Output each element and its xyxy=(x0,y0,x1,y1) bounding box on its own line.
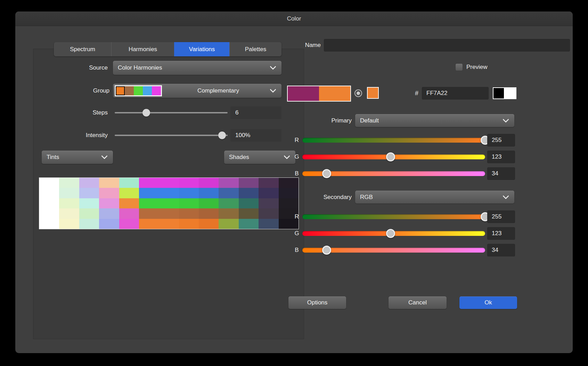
variation-cell[interactable] xyxy=(79,219,99,229)
primary-b-value-field[interactable]: 34 xyxy=(487,167,515,180)
variation-cell[interactable] xyxy=(259,208,278,218)
variation-cell[interactable] xyxy=(279,188,299,198)
primary-mode-dropdown[interactable]: Default xyxy=(355,114,514,127)
variation-cell[interactable] xyxy=(119,208,139,218)
variation-cell[interactable] xyxy=(99,208,119,218)
hex-input[interactable] xyxy=(422,87,489,100)
variation-cell[interactable] xyxy=(79,208,99,218)
tab-palettes[interactable]: Palettes xyxy=(229,42,281,56)
swatch-link-radio[interactable] xyxy=(354,89,362,97)
black-swatch[interactable] xyxy=(493,87,505,99)
variation-cell[interactable] xyxy=(99,219,119,229)
secondary-r-value-field[interactable]: 255 xyxy=(487,210,515,223)
variation-cell[interactable] xyxy=(99,188,119,198)
variation-cell[interactable] xyxy=(39,188,59,198)
tab-variations[interactable]: Variations xyxy=(174,42,229,56)
shades-dropdown[interactable]: Shades xyxy=(224,151,295,164)
variation-cell[interactable] xyxy=(159,178,179,188)
secondary-mode-dropdown[interactable]: RGB xyxy=(355,191,514,204)
intensity-value-field[interactable]: 100% xyxy=(230,129,281,142)
variation-cell[interactable] xyxy=(239,219,259,229)
secondary-g-slider[interactable] xyxy=(302,231,485,236)
variation-cell[interactable] xyxy=(139,208,159,218)
secondary-b-value-field[interactable]: 34 xyxy=(487,244,515,256)
variation-cell[interactable] xyxy=(259,178,278,188)
slider-handle[interactable] xyxy=(218,132,226,139)
steps-value-field[interactable]: 6 xyxy=(230,106,281,119)
variation-cell[interactable] xyxy=(119,178,139,188)
variation-cell[interactable] xyxy=(199,208,219,218)
cancel-button[interactable]: Cancel xyxy=(389,296,447,309)
variation-cell[interactable] xyxy=(179,219,199,229)
intensity-slider[interactable] xyxy=(115,132,228,139)
variation-cell[interactable] xyxy=(39,178,59,188)
variation-cell[interactable] xyxy=(219,188,238,198)
tints-dropdown[interactable]: Tints xyxy=(42,151,113,164)
variation-cell[interactable] xyxy=(59,198,79,208)
variation-cell[interactable] xyxy=(239,178,259,188)
primary-g-slider[interactable] xyxy=(302,154,485,159)
options-button[interactable]: Options xyxy=(288,296,346,309)
slider-handle[interactable] xyxy=(142,109,150,117)
variation-cell[interactable] xyxy=(179,208,199,218)
variation-cell[interactable] xyxy=(259,219,278,229)
variation-cell[interactable] xyxy=(179,198,199,208)
primary-g-value-field[interactable]: 123 xyxy=(487,151,515,163)
variation-cell[interactable] xyxy=(99,178,119,188)
variation-cell[interactable] xyxy=(219,178,238,188)
variation-cell[interactable] xyxy=(59,178,79,188)
variation-cell[interactable] xyxy=(239,188,259,198)
slider-handle[interactable] xyxy=(386,152,395,161)
variation-cell[interactable] xyxy=(159,198,179,208)
variation-cell[interactable] xyxy=(219,219,238,229)
variation-cell[interactable] xyxy=(199,198,219,208)
variation-cell[interactable] xyxy=(119,198,139,208)
variation-cell[interactable] xyxy=(239,208,259,218)
primary-r-slider[interactable] xyxy=(302,138,485,143)
primary-r-value-field[interactable]: 255 xyxy=(487,134,515,146)
variation-cell[interactable] xyxy=(139,219,159,229)
variation-cell[interactable] xyxy=(179,178,199,188)
ok-button[interactable]: Ok xyxy=(459,296,517,309)
white-swatch[interactable] xyxy=(505,87,516,99)
variation-cell[interactable] xyxy=(199,219,219,229)
name-input[interactable] xyxy=(324,39,570,51)
variation-cell[interactable] xyxy=(139,198,159,208)
secondary-g-value-field[interactable]: 123 xyxy=(487,227,515,240)
group-dropdown[interactable]: Complementary xyxy=(113,84,281,98)
tab-spectrum[interactable]: Spectrum xyxy=(54,42,111,56)
preview-checkbox[interactable] xyxy=(455,63,463,71)
secondary-r-slider[interactable] xyxy=(302,214,485,219)
source-dropdown[interactable]: Color Harmonies xyxy=(113,61,281,75)
tab-harmonies[interactable]: Harmonies xyxy=(111,42,174,56)
slider-handle[interactable] xyxy=(386,229,395,238)
secondary-b-slider[interactable] xyxy=(302,248,485,253)
variation-cell[interactable] xyxy=(219,198,238,208)
variation-cell[interactable] xyxy=(99,198,119,208)
variation-cell[interactable] xyxy=(279,198,299,208)
steps-slider[interactable] xyxy=(115,109,228,117)
variation-cell[interactable] xyxy=(119,219,139,229)
slider-handle[interactable] xyxy=(322,169,331,178)
variation-cell[interactable] xyxy=(79,178,99,188)
variation-cell[interactable] xyxy=(59,188,79,198)
variation-cell[interactable] xyxy=(259,188,278,198)
variation-cell[interactable] xyxy=(199,188,219,198)
title-bar[interactable]: Color xyxy=(15,11,573,26)
variation-cell[interactable] xyxy=(139,178,159,188)
variation-cell[interactable] xyxy=(59,208,79,218)
variation-cell[interactable] xyxy=(159,188,179,198)
variation-cell[interactable] xyxy=(259,198,278,208)
variation-cell[interactable] xyxy=(159,208,179,218)
variation-cell[interactable] xyxy=(79,188,99,198)
variation-cell[interactable] xyxy=(159,219,179,229)
primary-b-slider[interactable] xyxy=(302,171,485,176)
variation-cell[interactable] xyxy=(39,198,59,208)
variation-cell[interactable] xyxy=(199,178,219,188)
variation-cell[interactable] xyxy=(39,208,59,218)
variation-cell[interactable] xyxy=(119,188,139,198)
variation-cell[interactable] xyxy=(139,188,159,198)
variation-cell[interactable] xyxy=(239,198,259,208)
slider-handle[interactable] xyxy=(322,246,331,255)
variation-cell[interactable] xyxy=(219,208,238,218)
